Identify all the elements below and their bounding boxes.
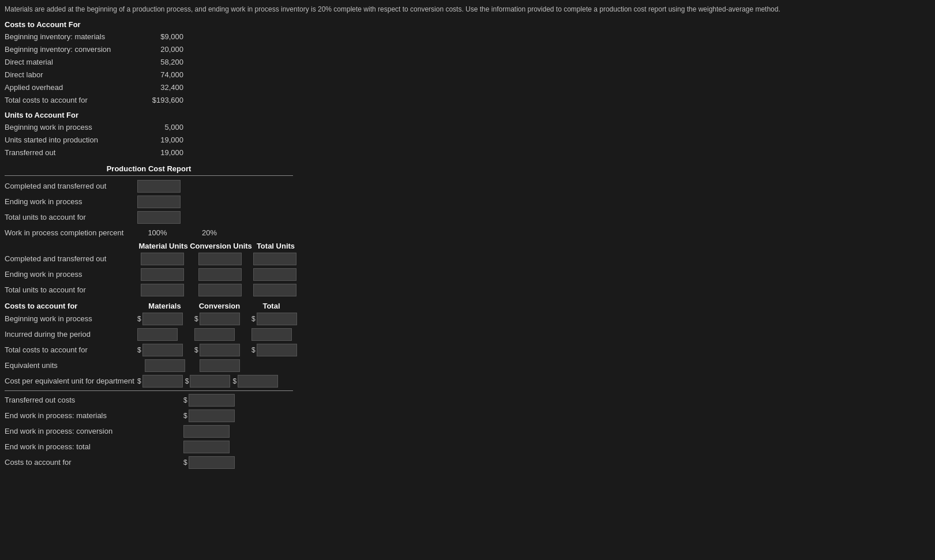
report-title: Production Cost Report bbox=[5, 164, 293, 176]
conversion-units-header: Conversion Units bbox=[189, 242, 253, 250]
equiv-row-1-conv-input[interactable] bbox=[198, 268, 242, 281]
divider1 bbox=[5, 390, 293, 391]
cost-label-2: Direct material bbox=[5, 58, 132, 66]
unit-label-0: Beginning work in process bbox=[5, 123, 132, 131]
unit-label-2: Transferred out bbox=[5, 148, 132, 157]
costs-col-headers: Costs to account for Materials Conversio… bbox=[5, 302, 930, 310]
conversion-col-header: Conversion bbox=[192, 302, 247, 310]
cost-row-1-total-group bbox=[251, 328, 301, 341]
top-row-input-1[interactable] bbox=[137, 196, 181, 208]
end-wip-total-row: End work in process: total bbox=[5, 440, 930, 454]
unit-row-1: Units started into production19,000 bbox=[5, 134, 930, 146]
dollar-cr-0-mat: $ bbox=[137, 315, 141, 323]
cost-rows-section: Beginning work in process$$$Incurred dur… bbox=[5, 312, 930, 357]
cost-row-2-conv-group: $ bbox=[194, 344, 249, 356]
costs-section-header: Costs to account for bbox=[5, 302, 77, 310]
equiv-row-0-total-input[interactable] bbox=[253, 253, 296, 265]
cost-value-5: $193,600 bbox=[132, 96, 189, 104]
dollar-cr-2-total: $ bbox=[251, 346, 256, 354]
cost-row-0: Beginning inventory: materials$9,000 bbox=[5, 31, 930, 43]
final-costs-input[interactable] bbox=[189, 456, 235, 469]
end-wip-conversion-label: End work in process: conversion bbox=[5, 427, 183, 435]
wip-pct1: 100% bbox=[137, 228, 178, 237]
cost-row-report-2: Total costs to account for$$$ bbox=[5, 343, 930, 357]
cost-row-3: Direct labor74,000 bbox=[5, 69, 930, 81]
cost-per-equiv-materials-input[interactable] bbox=[142, 375, 183, 388]
unit-value-2: 19,000 bbox=[132, 148, 189, 157]
cost-per-equiv-label: Cost per equivalent unit for department bbox=[5, 377, 137, 385]
equiv-row-2-conv-input[interactable] bbox=[198, 284, 242, 296]
dollar-final: $ bbox=[183, 458, 187, 467]
end-wip-materials-input[interactable] bbox=[189, 409, 235, 422]
dollar-cr-2-mat: $ bbox=[137, 346, 141, 354]
cost-row-0-mat-input[interactable] bbox=[142, 313, 183, 325]
top-row-input-0[interactable] bbox=[137, 180, 181, 193]
cost-row-1: Beginning inventory: conversion20,000 bbox=[5, 44, 930, 55]
cost-row-report-label-2: Total costs to account for bbox=[5, 345, 137, 354]
wip-completion-row: Work in process completion percent 100% … bbox=[5, 226, 930, 240]
top-row-label-0: Completed and transferred out bbox=[5, 182, 137, 190]
cost-per-equiv-conversion: $ bbox=[185, 375, 231, 388]
cost-per-equiv-conversion-input[interactable] bbox=[190, 375, 230, 388]
transferred-out-row: Transferred out costs $ bbox=[5, 393, 930, 407]
cost-row-0-mat-group: $ bbox=[137, 313, 192, 325]
cost-row-report-label-1: Incurred during the period bbox=[5, 330, 137, 339]
equiv-row-2-mat-input[interactable] bbox=[141, 284, 184, 296]
transferred-out-input-group: $ bbox=[183, 394, 235, 407]
top-row-input-2[interactable] bbox=[137, 211, 181, 224]
end-wip-materials-row: End work in process: materials $ bbox=[5, 409, 930, 423]
cost-value-1: 20,000 bbox=[132, 45, 189, 54]
equiv-row-0-conv-input[interactable] bbox=[198, 253, 242, 265]
production-cost-report: Production Cost Report Completed and tra… bbox=[5, 164, 930, 469]
equiv-row-1-mat-input[interactable] bbox=[141, 268, 184, 281]
end-wip-total-input[interactable] bbox=[183, 441, 230, 453]
equiv-row-1-total-input[interactable] bbox=[253, 268, 296, 281]
cost-label-4: Applied overhead bbox=[5, 83, 132, 92]
equiv-row-2: Total units to account for bbox=[5, 283, 930, 297]
cost-row-0-conv-group: $ bbox=[194, 313, 249, 325]
end-wip-materials-label: End work in process: materials bbox=[5, 411, 183, 420]
equiv-row-label-1: Ending work in process bbox=[5, 270, 137, 279]
cost-per-equiv-row: Cost per equivalent unit for department … bbox=[5, 374, 930, 388]
cost-row-2-mat-input[interactable] bbox=[142, 344, 183, 356]
top-row-2: Total units to account for bbox=[5, 211, 930, 224]
cost-per-equiv-total-input[interactable] bbox=[238, 375, 278, 388]
equiv-units-materials-input[interactable] bbox=[145, 359, 185, 372]
equiv-row-1: Ending work in process bbox=[5, 268, 930, 281]
transferred-out-input[interactable] bbox=[189, 394, 235, 407]
cost-row-report-0: Beginning work in process$$$ bbox=[5, 312, 930, 326]
cost-row-0-total-input[interactable] bbox=[257, 313, 297, 325]
end-wip-materials-input-group: $ bbox=[183, 409, 235, 422]
cost-row-1-total-input[interactable] bbox=[251, 328, 292, 341]
intro-text: Materials are added at the beginning of … bbox=[5, 5, 930, 14]
final-costs-row: Costs to account for $ bbox=[5, 456, 930, 469]
equiv-rows-section: Completed and transferred outEnding work… bbox=[5, 252, 930, 297]
end-wip-total-label: End work in process: total bbox=[5, 442, 183, 451]
cost-row-1-mat-group bbox=[137, 328, 192, 341]
equiv-row-0-mat-input[interactable] bbox=[141, 253, 184, 265]
equiv-units-row: Equivalent units bbox=[5, 359, 930, 373]
final-costs-input-group: $ bbox=[183, 456, 235, 469]
costs-section: Beginning inventory: materials$9,000Begi… bbox=[5, 31, 930, 106]
unit-value-1: 19,000 bbox=[132, 136, 189, 144]
wip-completion-label: Work in process completion percent bbox=[5, 228, 137, 237]
cost-row-1-mat-input[interactable] bbox=[137, 328, 178, 341]
cost-row-0-conv-input[interactable] bbox=[200, 313, 240, 325]
cost-row-2-total-input[interactable] bbox=[257, 344, 297, 356]
cost-row-5: Total costs to account for$193,600 bbox=[5, 95, 930, 106]
equiv-units-conversion-input[interactable] bbox=[200, 359, 240, 372]
cost-label-3: Direct labor bbox=[5, 70, 132, 79]
cost-value-2: 58,200 bbox=[132, 58, 189, 66]
unit-label-1: Units started into production bbox=[5, 136, 132, 144]
cost-row-2: Direct material58,200 bbox=[5, 57, 930, 68]
cost-per-equiv-total: $ bbox=[232, 375, 278, 388]
cost-row-2-conv-input[interactable] bbox=[200, 344, 240, 356]
equiv-row-2-total-input[interactable] bbox=[253, 284, 296, 296]
top-rows-section: Completed and transferred outEnding work… bbox=[5, 179, 930, 224]
cost-row-1-conv-input[interactable] bbox=[194, 328, 235, 341]
cost-row-4: Applied overhead32,400 bbox=[5, 82, 930, 93]
end-wip-conversion-input[interactable] bbox=[183, 425, 230, 438]
unit-value-0: 5,000 bbox=[132, 123, 189, 131]
cost-row-2-total-group: $ bbox=[251, 344, 301, 356]
equiv-units-label: Equivalent units bbox=[5, 361, 137, 370]
